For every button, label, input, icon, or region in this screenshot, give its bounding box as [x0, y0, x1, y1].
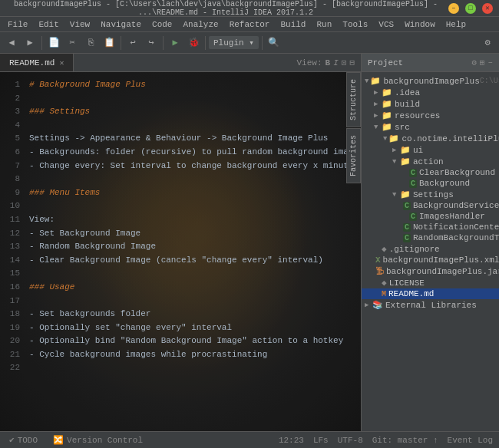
code-line [29, 361, 355, 375]
toolbar-plugin[interactable]: Plugin ▾ [209, 36, 259, 49]
tab-icon-split[interactable]: ⊟ [349, 58, 355, 68]
tree-item[interactable]: CBackground [362, 178, 499, 189]
tree-item[interactable]: XbackgroundImagePlus.xml [362, 255, 499, 265]
menu-item-vcs[interactable]: VCS [374, 18, 398, 31]
tree-item[interactable]: ▼📁backgroundImagePlus C:\Users\lach\dev [362, 75, 499, 87]
code-line: ### Settings [29, 105, 355, 119]
tree-item[interactable]: ▶📁build [362, 98, 499, 110]
tree-item[interactable]: CNotificationCenter [362, 222, 499, 232]
toolbar-search[interactable]: 🔍 [266, 35, 283, 51]
tree-item[interactable]: ▼📁action [362, 156, 499, 167]
tree-item[interactable]: CImagesHandler [362, 211, 499, 222]
toolbar-file[interactable]: 📄 [45, 35, 62, 51]
toolbar-redo[interactable]: ↪ [143, 35, 160, 51]
code-line [29, 199, 355, 213]
status-lf: LFs [313, 436, 329, 445]
separator-4 [205, 36, 206, 50]
toolbar-back[interactable]: ◀ [3, 35, 20, 51]
tree-item[interactable]: ▼📁Settings [362, 189, 499, 200]
menu-item-file[interactable]: File [3, 18, 32, 31]
code-line: ### Menu Items [29, 186, 355, 200]
tree-item[interactable]: CRandomBackgroundTask [362, 232, 499, 243]
tree-item[interactable]: 🗜backgroundImagePlus.jar [362, 265, 499, 277]
toolbar-debug[interactable]: 🐞 [185, 35, 202, 51]
toolbar-settings[interactable]: ⚙ [479, 35, 496, 51]
code-line [29, 173, 355, 186]
toolbar-undo[interactable]: ↩ [124, 35, 141, 51]
project-minimize-icon[interactable]: – [487, 58, 493, 68]
toolbar-cut[interactable]: ✂ [64, 35, 81, 51]
tree-file-icon: 📁 [400, 145, 411, 155]
todo-tab[interactable]: ✔ TODO [6, 435, 41, 445]
vcs-label: Version Control [67, 436, 143, 445]
tree-file-icon: C [409, 169, 417, 177]
tree-item[interactable]: ◆.gitignore [362, 243, 499, 255]
status-event-log[interactable]: Event Log [448, 436, 493, 445]
tree-item[interactable]: CBackgroundService [362, 200, 499, 211]
tree-arrow-icon: ▶ [374, 100, 380, 108]
project-tree[interactable]: ▼📁backgroundImagePlus C:\Users\lach\dev▶… [362, 72, 499, 431]
toolbar-paste[interactable]: 📋 [101, 35, 117, 51]
tree-item[interactable]: ▼📁src [362, 121, 499, 133]
status-encoding: UTF-8 [338, 436, 363, 445]
close-tab-icon[interactable]: ✕ [59, 58, 64, 68]
tree-file-icon: C [403, 202, 411, 210]
menu-item-refactor[interactable]: Refactor [225, 18, 275, 31]
file-tab-label: README.md [9, 58, 55, 68]
tree-item-label: External Libraries [385, 301, 477, 310]
toolbar: ◀ ▶ 📄 ✂ ⎘ 📋 ↩ ↪ ▶ 🐞 Plugin ▾ 🔍 ⚙ [0, 32, 499, 54]
menu-item-code[interactable]: Code [147, 18, 177, 31]
favorites-tab[interactable]: Favorites [346, 128, 361, 183]
tree-item[interactable]: ▶📁ui [362, 144, 499, 156]
line-number: 19 [3, 321, 20, 335]
minimize-button[interactable]: – [448, 3, 459, 14]
bottom-panel: ✔ TODO 🔀 Version Control 12:23 LFs UTF-8… [0, 431, 499, 448]
tree-item-label: action [413, 157, 444, 166]
tree-item-label: resources [395, 111, 440, 120]
code-line: - Set backgrounds folder [29, 308, 355, 321]
menu-item-run[interactable]: Run [312, 18, 336, 31]
tree-item[interactable]: MREADME.md [362, 288, 499, 299]
menu-item-window[interactable]: Window [400, 18, 440, 31]
tree-arrow-icon: ▼ [383, 135, 387, 143]
code-line: - Change every: Set interval to change b… [29, 160, 355, 173]
tree-item[interactable]: ◆LICENSE [362, 277, 499, 288]
code-text[interactable]: # Background Image Plus### SettingsSetti… [23, 72, 361, 431]
tree-item-label: README.md [388, 289, 434, 298]
line-number: 21 [3, 348, 20, 362]
title-bar: backgroundImagePlus - [C:\Users\lach\dev… [0, 0, 499, 17]
vcs-tab[interactable]: 🔀 Version Control [50, 435, 146, 445]
file-tab-readme[interactable]: README.md ✕ [0, 54, 74, 71]
tab-icon-b[interactable]: B [326, 58, 331, 68]
close-button[interactable]: ✕ [482, 3, 493, 14]
tree-item-label: Settings [413, 190, 454, 199]
tree-file-icon: 📁 [382, 122, 392, 132]
tree-item[interactable]: CClearBackground [362, 167, 499, 178]
tree-item[interactable]: ▶📁.idea [362, 87, 499, 98]
menu-item-build[interactable]: Build [276, 18, 310, 31]
tree-item[interactable]: ▶📁resources [362, 110, 499, 121]
code-line: - Backgrounds: folder (recursive) to pul… [29, 146, 355, 160]
project-settings-icon[interactable]: ⚙ [471, 58, 477, 68]
project-expand-icon[interactable]: ⊞ [480, 58, 485, 68]
maximize-button[interactable]: □ [465, 3, 476, 14]
tab-icon-i[interactable]: I [333, 58, 339, 68]
editor[interactable]: 12345678910111213141516171819202122 # Ba… [0, 72, 361, 431]
tree-arrow-icon: ▼ [392, 191, 398, 199]
toolbar-forward[interactable]: ▶ [21, 35, 38, 51]
tab-icon-layout[interactable]: ⊡ [342, 58, 347, 68]
menu-item-navigate[interactable]: Navigate [96, 18, 146, 31]
tree-file-icon: ◆ [382, 278, 387, 288]
line-number: 5 [3, 132, 20, 146]
menu-item-help[interactable]: Help [441, 18, 471, 31]
toolbar-copy[interactable]: ⎘ [82, 35, 99, 51]
structure-tab[interactable]: Structure [346, 72, 361, 127]
menu-item-view[interactable]: View [65, 18, 94, 31]
tree-item[interactable]: ▼📁co.notime.intelliPlugin.background [362, 133, 499, 144]
toolbar-run[interactable]: ▶ [167, 35, 183, 51]
tree-item[interactable]: ▶📚External Libraries [362, 299, 499, 311]
menu-item-analyze[interactable]: Analyze [178, 18, 223, 31]
code-line [29, 119, 355, 133]
menu-item-edit[interactable]: Edit [34, 18, 63, 31]
menu-item-tools[interactable]: Tools [338, 18, 372, 31]
